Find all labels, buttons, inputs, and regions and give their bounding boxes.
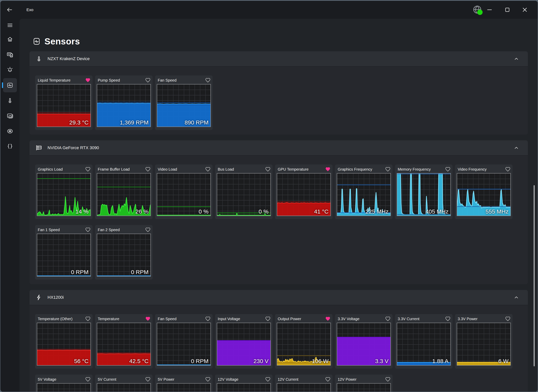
sidebar-item-alerts[interactable] [3,63,17,77]
favorite-button[interactable] [325,166,331,172]
sensor-card-title: Video Frequency [458,167,487,172]
sidebar-item-sensors[interactable] [3,78,17,92]
sensor-chart: 41 °C [277,173,331,216]
sensor-value: 26 % [136,208,149,215]
favorite-button[interactable] [445,316,451,322]
heart-outline-icon [265,377,270,382]
collapse-section-button[interactable] [513,55,520,63]
favorite-button[interactable] [145,166,151,172]
sidebar-item-logs[interactable] [3,124,17,138]
network-status-icon[interactable] [472,5,483,15]
sidebar-item-home[interactable] [3,32,17,46]
favorite-button[interactable] [145,77,151,83]
heart-outline-icon [505,167,510,172]
favorite-button[interactable] [145,227,151,233]
heart-outline-icon [205,167,210,172]
chevron-up-icon [513,294,520,301]
sensor-chart: 890 RPM [157,84,211,127]
favorite-button[interactable] [385,166,391,172]
activity-icon [7,82,13,89]
sensor-card: 3.3V Current 1.88 A [395,314,453,369]
favorite-button[interactable] [85,316,91,322]
favorite-button[interactable] [205,376,211,382]
heart-outline-icon [145,78,151,83]
sensor-card: 3.3V Power 6 W [455,314,513,369]
sensor-card-title: 3.3V Current [398,317,419,321]
sensor-chart: 42.5 °C [97,323,151,366]
section-title: NZXT KrakenZ Device [47,56,90,61]
sensor-chart: 0 RPM [97,234,151,276]
sensor-card-title: 5V Voltage [38,377,56,382]
vertical-scrollbar-thumb[interactable] [533,185,535,366]
sensor-card: 3.3V Voltage 3.3 V [335,314,392,369]
sensor-value: 0 RPM [131,269,149,275]
favorite-button[interactable] [325,316,331,322]
heart-filled-icon [85,78,90,83]
heart-outline-icon [385,377,390,382]
sensor-value: 230 V [254,358,269,364]
sensor-card: Video Frequency 555 MHz [455,164,513,219]
favorite-button[interactable] [85,376,91,382]
favorite-button[interactable] [85,227,91,233]
favorite-button[interactable] [325,376,331,382]
favorite-button[interactable] [205,77,211,83]
maximize-button[interactable] [503,5,512,14]
favorite-button[interactable] [505,316,511,322]
heart-outline-icon [145,227,151,232]
close-button[interactable] [521,5,529,14]
section-header: HX1200i [29,290,528,305]
sensor-card: Graphics Frequency 225 MHz [335,164,392,219]
favorite-button[interactable] [265,166,271,172]
sensor-card: Temperature 42.5 °C [95,314,153,369]
favorite-button[interactable] [145,316,151,322]
minimize-icon [486,6,493,13]
sensor-card: Bus Load 0 % [215,164,273,219]
favorite-button[interactable] [265,316,271,322]
favorite-button[interactable] [445,166,451,172]
favorite-button[interactable] [385,316,391,322]
app-title: Exo [26,7,33,12]
favorite-button[interactable] [505,166,511,172]
sensor-card-row: Liquid Temperature 29.3 °CPump Speed 1,3… [35,75,528,130]
favorite-button[interactable] [205,316,211,322]
favorite-button[interactable] [85,166,91,172]
sensor-card-title: Graphics Frequency [338,167,372,172]
heart-outline-icon [325,377,330,382]
section-header: NVIDIA GeForce RTX 3090 [29,140,528,156]
back-button[interactable] [5,5,14,14]
favorite-button[interactable] [85,77,91,83]
sensor-value: 106 W [312,358,329,364]
favorite-button[interactable] [265,376,271,382]
sidebar-item-developer[interactable] [3,140,17,154]
favorite-button[interactable] [385,376,391,382]
sensor-card-title: 3.3V Voltage [338,317,359,321]
minimize-button[interactable] [485,5,494,14]
favorite-button[interactable] [205,166,211,172]
heart-outline-icon [205,316,210,321]
collapse-section-button[interactable] [513,144,520,152]
sidebar-item-devices[interactable] [3,47,17,62]
sensor-chart [37,383,91,392]
heart-outline-icon [205,78,210,83]
sensor-card-row: 5V Voltage 5V Current 5V Power 12V Volta… [35,375,528,392]
sensor-card-title: Liquid Temperature [38,78,71,83]
sensor-value: 41 °C [314,208,329,215]
sidebar-item-temperature[interactable] [3,93,17,108]
section-header: NZXT KrakenZ Device [29,51,528,67]
home-icon [7,36,13,42]
bolt-icon [36,294,42,301]
sensor-card-title: Frame Buffer Load [98,167,130,172]
sidebar-item-gallery[interactable] [3,109,17,123]
heart-filled-icon [325,316,330,321]
sidebar [0,19,19,392]
collapse-section-button[interactable] [513,294,520,301]
sensor-value: 405 MHz [425,208,448,215]
section-gpu: NVIDIA GeForce RTX 3090Graphics Load 14 … [29,140,528,284]
sensor-card-title: Memory Frequency [398,167,431,172]
menu-button[interactable] [3,20,17,30]
sensor-chart: 1.88 A [397,323,451,366]
favorite-button[interactable] [145,376,151,382]
sensor-card-title: 5V Current [98,377,116,382]
sensor-card-title: Fan 1 Speed [38,228,60,232]
sensor-value: 56 °C [74,358,89,364]
